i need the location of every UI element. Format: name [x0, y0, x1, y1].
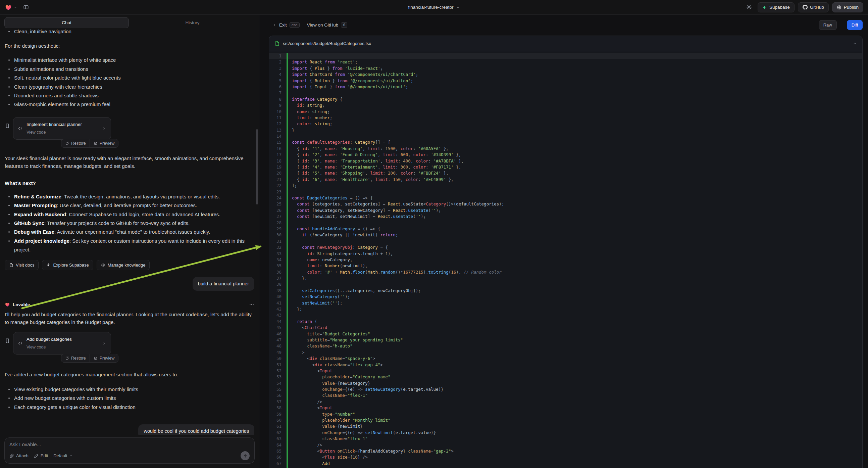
list-item: Each category gets a unique color for vi…	[5, 403, 254, 412]
attach-button[interactable]: Attach	[9, 453, 29, 458]
line-number: 1	[269, 53, 286, 59]
bookmark-icon	[5, 338, 10, 344]
item-text: : Transfer your project’s code to GitHub…	[44, 220, 190, 226]
quick-actions-row: Visit docs Explore Supabase Manage knowl…	[5, 260, 254, 270]
line-number: 56	[269, 392, 286, 399]
line-number: 12	[269, 121, 286, 127]
code-text	[286, 189, 292, 195]
code-text: title="Budget Categories"	[286, 331, 370, 337]
file-header[interactable]: src/components/budget/BudgetCategories.t…	[269, 36, 862, 51]
chat-scroll-area[interactable]: Clean, intuitive navigation For the desi…	[0, 30, 259, 435]
manage-knowledge-button[interactable]: Manage knowledge	[97, 260, 150, 270]
code-text: <div className="space-y-6">	[286, 355, 375, 361]
list-item: View existing budget categories with the…	[5, 385, 254, 394]
code-line: 30 if (!newCategory || !newLimit) return…	[269, 232, 862, 238]
view-code-link[interactable]: View code	[27, 344, 98, 351]
item-label: Debug with Ease	[14, 229, 54, 235]
code-text: { id: '6', name: 'Healthcare', limit: 15…	[286, 177, 454, 183]
diff-toggle-button[interactable]: Diff	[847, 20, 863, 30]
item-text: : Use clear, detailed, and iterative pro…	[57, 202, 197, 208]
user-message-row: would be cool if you could add budget ca…	[5, 425, 254, 435]
paperclip-icon	[9, 454, 14, 458]
code-text	[286, 220, 292, 226]
lovable-logo-button[interactable]	[5, 4, 18, 11]
view-code-link[interactable]: View code	[27, 128, 98, 136]
line-number: 59	[269, 411, 286, 417]
restore-button[interactable]: Restore	[61, 139, 90, 147]
edit-button[interactable]: Edit	[34, 453, 48, 458]
version-card-implement-financial-planner[interactable]: Implement financial planner View code	[13, 117, 111, 140]
project-name-button[interactable]: financial-future-creator	[408, 5, 460, 10]
list-item: Soft, neutral color palette with light b…	[5, 74, 254, 82]
code-line: 4import ChartCard from '@/components/ui/…	[269, 71, 862, 78]
restore-button[interactable]: Restore	[61, 354, 90, 362]
code-text: className="flex-1"	[286, 436, 368, 442]
list-item: Refine & Customize: Tweak the design, an…	[5, 193, 254, 201]
list-item: Clean, intuitive navigation	[5, 30, 254, 36]
explore-supabase-button[interactable]: Explore Supabase	[42, 260, 93, 270]
code-text: limit: number;	[286, 115, 332, 121]
file-path: src/components/budget/BudgetCategories.t…	[283, 41, 849, 46]
line-number: 53	[269, 374, 286, 380]
publish-button[interactable]: Publish	[832, 2, 863, 12]
code-text: value={newCategory}	[286, 380, 370, 386]
tab-chat[interactable]: Chat	[4, 17, 129, 28]
file-icon	[275, 41, 279, 46]
chevron-down-icon	[13, 5, 18, 9]
exit-button[interactable]: Exit esc	[272, 22, 300, 28]
settings-button[interactable]	[744, 2, 754, 12]
code-icon	[18, 126, 23, 131]
app-root: financial-future-creator Supabase	[0, 0, 868, 468]
visit-docs-button[interactable]: Visit docs	[5, 260, 39, 270]
line-number: 5	[269, 78, 286, 84]
code-line: 32 const newCategoryObj: Category = {	[269, 244, 862, 251]
github-button[interactable]: GitHub	[798, 2, 829, 12]
code-line: 21 { id: '6', name: 'Healthcare', limit:…	[269, 177, 862, 183]
chat-input[interactable]	[9, 441, 250, 447]
version-card-texts: Add budget categories View code	[27, 335, 98, 351]
restore-preview-bar: Restore Preview	[61, 139, 118, 148]
code-line: 50 <div className="space-y-6">	[269, 355, 862, 361]
code-text: import { Input } from '@/components/ui/i…	[286, 84, 408, 90]
bolt-icon	[46, 263, 51, 267]
item-label: GitHub Sync	[14, 220, 44, 226]
design-feature-list: Minimalist interface with plenty of whit…	[5, 56, 254, 109]
version-card-add-budget-categories[interactable]: Add budget categories View code	[13, 332, 111, 354]
mode-select-button[interactable]: Default	[53, 453, 73, 458]
line-number: 16	[269, 146, 286, 152]
assistant-header: Lovable	[5, 301, 254, 309]
item-label: Expand with Backend	[14, 211, 66, 217]
visit-docs-label: Visit docs	[16, 263, 34, 268]
code-text: <Plus size={16} />	[286, 454, 368, 460]
code-text: setCategories([...categories, newCategor…	[286, 288, 421, 294]
code-line: 65 <Button onClick={handleAddCategory} c…	[269, 448, 862, 454]
github-icon	[803, 5, 808, 10]
code-text: className="h-auto"	[286, 343, 353, 349]
version-card-texts: Implement financial planner View code	[27, 120, 98, 136]
view-on-github-button[interactable]: View on GitHub 6	[307, 22, 348, 28]
external-link-icon	[94, 141, 98, 145]
assistant-name: Lovable	[13, 301, 246, 309]
code-line: 5import { Button } from '@/components/ui…	[269, 78, 862, 84]
sidebar-toggle-button[interactable]	[21, 2, 31, 12]
line-number: 20	[269, 170, 286, 176]
collapse-file-button[interactable]	[852, 41, 857, 46]
tab-history[interactable]: History	[130, 17, 255, 28]
preview-button[interactable]: Preview	[90, 354, 118, 362]
send-button[interactable]	[241, 451, 250, 460]
external-link-icon	[94, 356, 98, 360]
line-number: 14	[269, 133, 286, 139]
code-line: 29 const handleAddCategory = () => {	[269, 226, 862, 232]
chat-tabs: Chat History	[4, 17, 255, 28]
code-icon	[18, 341, 23, 346]
code-text: interface Category {	[286, 96, 343, 103]
preview-button[interactable]: Preview	[90, 139, 118, 147]
raw-toggle-button[interactable]: Raw	[819, 20, 837, 30]
code-scroll-area[interactable]: 12import React from 'react';3import { Pl…	[269, 51, 862, 468]
supabase-button[interactable]: Supabase	[757, 2, 795, 12]
code-text: color: string;	[286, 121, 332, 127]
message-options-button[interactable]	[249, 302, 254, 307]
chat-scrollbar-thumb[interactable]	[256, 129, 258, 204]
list-item: Rounded corners and subtle shadows	[5, 91, 254, 100]
line-number: 25	[269, 201, 286, 207]
